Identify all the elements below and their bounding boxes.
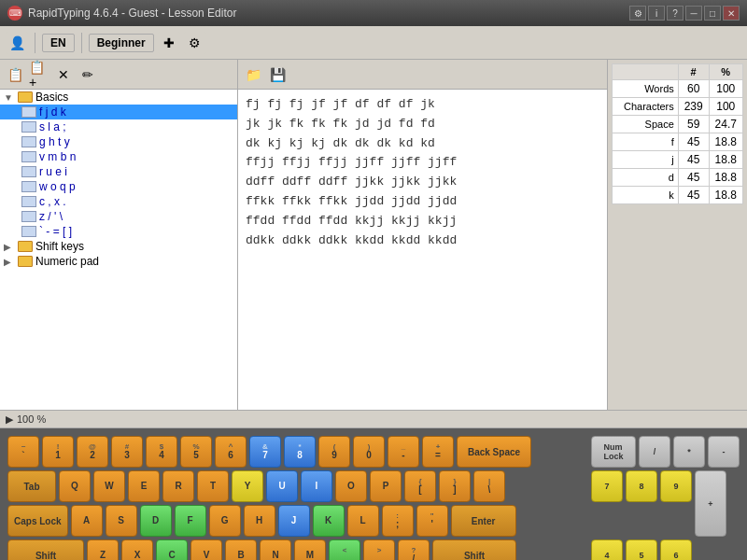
key-w[interactable]: W	[93, 470, 125, 502]
key-num-5[interactable]: 5	[626, 539, 657, 560]
key-g[interactable]: G	[209, 505, 241, 537]
key-numlock[interactable]: NumLock	[591, 436, 636, 468]
key-t[interactable]: T	[197, 470, 229, 502]
key-s[interactable]: S	[106, 505, 137, 537]
key-backslash[interactable]: |\	[473, 470, 505, 502]
key-m[interactable]: M	[294, 539, 326, 560]
stats-percent: 18.8	[709, 187, 743, 204]
zoom-arrow-icon[interactable]: ▶	[6, 413, 13, 426]
tree-lesson-slash[interactable]: z / ' \	[0, 209, 237, 224]
key-rbracket[interactable]: }]	[439, 470, 471, 502]
key-d[interactable]: D	[140, 505, 172, 537]
key-x[interactable]: X	[121, 539, 153, 560]
key-e[interactable]: E	[128, 470, 160, 502]
key-slash[interactable]: ?/	[398, 539, 430, 560]
stats-percent: 18.8	[709, 151, 743, 169]
save-icon[interactable]: 💾	[266, 63, 289, 86]
copy-icon[interactable]: 📋	[4, 63, 26, 86]
key-i[interactable]: I	[301, 470, 332, 502]
tree-lesson-sla[interactable]: s l a ;	[0, 119, 237, 134]
key-y[interactable]: Y	[232, 470, 263, 502]
key-a[interactable]: A	[71, 505, 103, 537]
key-1[interactable]: !1	[42, 436, 74, 468]
add-lesson-icon[interactable]: 📋+	[28, 63, 50, 86]
key-r[interactable]: R	[162, 470, 194, 502]
key-num-plus[interactable]: +	[695, 470, 726, 537]
key-tilde[interactable]: ~`	[7, 436, 39, 468]
close-button[interactable]: ✕	[723, 6, 740, 21]
tree-folder-basics[interactable]: ▼ Basics	[0, 90, 237, 105]
key-5[interactable]: %5	[180, 436, 212, 468]
tree-lesson-fjdk[interactable]: f j d k	[0, 105, 237, 119]
key-b[interactable]: B	[225, 539, 257, 560]
tree-folder-numpad[interactable]: ▶ Numeric pad	[0, 254, 237, 269]
key-h[interactable]: H	[244, 505, 275, 537]
info-icon[interactable]: i	[648, 6, 665, 21]
key-num-6[interactable]: 6	[660, 539, 692, 560]
language-button[interactable]: EN	[42, 34, 75, 52]
key-p[interactable]: P	[370, 470, 402, 502]
lesson-text[interactable]: fj fj fj jf jf df df df jk jk jk fk fk f…	[238, 90, 607, 410]
key-tab[interactable]: Tab	[7, 470, 56, 502]
key-quote[interactable]: "'	[416, 505, 448, 537]
key-f[interactable]: F	[175, 505, 206, 537]
key-z[interactable]: Z	[87, 539, 119, 560]
key-7[interactable]: &7	[249, 436, 281, 468]
tree-lesson-special[interactable]: ` - = [ ]	[0, 224, 237, 239]
key-shift-right[interactable]: Shift	[432, 539, 516, 560]
edit-icon[interactable]: ✏	[77, 63, 99, 86]
key-9[interactable]: (9	[318, 436, 350, 468]
key-0[interactable]: )0	[353, 436, 385, 468]
key-4[interactable]: $4	[146, 436, 177, 468]
settings-icon[interactable]: ⚙	[629, 6, 646, 21]
settings-gear-icon[interactable]: ⚙	[184, 32, 206, 54]
level-button[interactable]: Beginner	[89, 34, 154, 52]
key-8[interactable]: *8	[284, 436, 316, 468]
delete-icon[interactable]: ✕	[52, 63, 75, 86]
key-shift-left[interactable]: Shift	[7, 539, 84, 560]
key-num-9[interactable]: 9	[660, 470, 692, 502]
key-q[interactable]: Q	[59, 470, 91, 502]
key-semicolon[interactable]: :;	[382, 505, 414, 537]
key-v[interactable]: V	[190, 539, 222, 560]
key-j[interactable]: J	[278, 505, 310, 537]
key-l[interactable]: L	[347, 505, 379, 537]
key-2[interactable]: @2	[77, 436, 108, 468]
maximize-button[interactable]: □	[704, 6, 721, 21]
minimize-button[interactable]: ─	[685, 6, 702, 21]
key-lbracket[interactable]: {[	[404, 470, 436, 502]
key-6[interactable]: ^6	[215, 436, 247, 468]
tree-lesson-ruei[interactable]: r u e i	[0, 164, 237, 179]
key-num-7[interactable]: 7	[591, 470, 623, 502]
stats-count: 45	[678, 151, 709, 169]
key-u[interactable]: U	[266, 470, 298, 502]
help-icon[interactable]: ?	[667, 6, 684, 21]
key-comma[interactable]: <,	[329, 539, 360, 560]
open-icon[interactable]: 📁	[242, 63, 264, 86]
key-num-slash[interactable]: /	[639, 436, 670, 468]
key-num-minus[interactable]: -	[708, 436, 740, 468]
tree-lesson-ghty[interactable]: g h t y	[0, 134, 237, 149]
key-num-8[interactable]: 8	[626, 470, 657, 502]
key-equals[interactable]: +=	[422, 436, 454, 468]
key-o[interactable]: O	[335, 470, 367, 502]
key-enter[interactable]: Enter	[451, 505, 516, 537]
sidebar-icon[interactable]: 👤	[6, 32, 28, 54]
stats-row: j 45 18.8	[613, 151, 743, 169]
add-button[interactable]: ✚	[158, 32, 180, 54]
key-k[interactable]: K	[313, 505, 345, 537]
tree-lesson-vmbn[interactable]: v m b n	[0, 149, 237, 164]
key-minus[interactable]: _-	[388, 436, 419, 468]
lesson-tree[interactable]: ▼ Basics f j d k s l a ; g h t y	[0, 90, 237, 410]
key-c[interactable]: C	[156, 539, 188, 560]
key-n[interactable]: N	[260, 539, 291, 560]
tree-folder-shift[interactable]: ▶ Shift keys	[0, 239, 237, 254]
key-num-star[interactable]: *	[673, 436, 705, 468]
key-capslock[interactable]: Caps Lock	[7, 505, 68, 537]
key-period[interactable]: >.	[363, 539, 395, 560]
key-backspace[interactable]: Back Space	[457, 436, 531, 468]
tree-lesson-woqp[interactable]: w o q p	[0, 179, 237, 194]
tree-lesson-cx[interactable]: c , x .	[0, 194, 237, 209]
key-3[interactable]: #3	[111, 436, 143, 468]
key-num-4[interactable]: 4	[591, 539, 623, 560]
